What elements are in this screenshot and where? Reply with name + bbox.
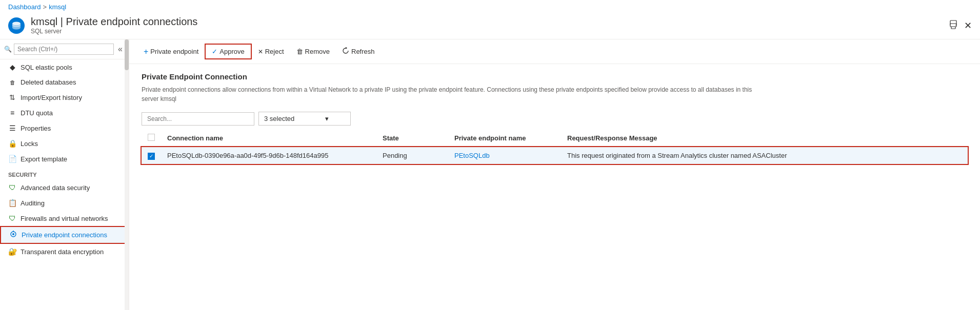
svg-point-0 <box>12 22 21 25</box>
request-response-cell: This request originated from a Stream An… <box>561 147 968 164</box>
content-description: Private endpoint connections allow conne… <box>142 85 757 104</box>
remove-icon: 🗑 <box>296 48 303 55</box>
approve-button[interactable]: ✓ Approve <box>205 44 251 59</box>
breadcrumb: Dashboard > kmsql <box>0 0 980 14</box>
close-button[interactable]: ✕ <box>964 20 972 31</box>
refresh-button[interactable]: Refresh <box>336 44 381 59</box>
header-private-endpoint: Private endpoint name <box>448 130 561 147</box>
remove-button[interactable]: 🗑 Remove <box>290 45 336 58</box>
sidebar-scrollbar-thumb[interactable] <box>125 39 129 70</box>
sidebar-item-advanced-data-security[interactable]: 🛡 Advanced data security <box>0 180 129 195</box>
sidebar: 🔍 « ◆ SQL elastic pools 🗑 Deleted databa… <box>0 39 129 310</box>
sidebar-item-export-template[interactable]: 📄 Export template <box>0 151 129 167</box>
sidebar-item-properties[interactable]: ☰ Properties <box>0 120 129 136</box>
sidebar-item-deleted-databases[interactable]: 🗑 Deleted databases <box>0 75 129 90</box>
sidebar-item-auditing[interactable]: 📋 Auditing <box>0 195 129 211</box>
page-subtitle: SQL server <box>31 28 197 35</box>
breadcrumb-current: kmsql <box>49 3 66 11</box>
sidebar-search-area: 🔍 « <box>0 39 129 59</box>
reject-button[interactable]: ✕ Reject <box>252 45 290 58</box>
security-section-header: Security <box>0 167 129 180</box>
print-button[interactable] <box>949 20 958 31</box>
content-title: Private Endpoint Connection <box>142 72 968 81</box>
page-header: kmsql | Private endpoint connections SQL… <box>0 14 980 39</box>
remove-label: Remove <box>305 48 330 55</box>
sidebar-item-private-endpoint[interactable]: Private endpoint connections <box>0 226 129 244</box>
add-label: Private endpoint <box>150 48 198 55</box>
search-input[interactable] <box>14 44 114 55</box>
sidebar-item-label: SQL elastic pools <box>21 64 72 71</box>
add-private-endpoint-button[interactable]: + Private endpoint <box>137 44 205 59</box>
add-icon: + <box>144 47 148 56</box>
sidebar-items: ◆ SQL elastic pools 🗑 Deleted databases … <box>0 59 129 310</box>
private-endpoint-link[interactable]: PEtoSQLdb <box>454 152 490 159</box>
sidebar-scrollbar-track <box>125 39 129 310</box>
export-template-icon: 📄 <box>8 155 16 163</box>
sidebar-item-firewalls[interactable]: 🛡 Firewalls and virtual networks <box>0 211 129 226</box>
breadcrumb-parent[interactable]: Dashboard <box>8 3 41 11</box>
header-connection-name: Connection name <box>161 130 376 147</box>
auditing-icon: 📋 <box>8 199 16 207</box>
approve-icon: ✓ <box>212 48 217 55</box>
page-title: kmsql | Private endpoint connections <box>31 16 197 28</box>
header-text: kmsql | Private endpoint connections SQL… <box>31 16 197 35</box>
sidebar-collapse-button[interactable]: « <box>116 45 125 54</box>
refresh-icon <box>342 47 349 56</box>
header-state: State <box>376 130 448 147</box>
svg-point-4 <box>955 25 956 26</box>
private-endpoint-cell: PEtoSQLdb <box>448 147 561 164</box>
sidebar-item-label: DTU quota <box>21 109 53 117</box>
approve-label: Approve <box>219 48 244 55</box>
properties-icon: ☰ <box>8 124 16 132</box>
connection-name-value: PEtoSQLdb-0390e96a-aa0d-49f5-9d6b-148fd1… <box>167 152 328 159</box>
header-left: kmsql | Private endpoint connections SQL… <box>8 16 197 35</box>
row-checkbox-cell: ✓ <box>142 147 161 164</box>
sidebar-item-label: Firewalls and virtual networks <box>21 215 108 222</box>
main-layout: 🔍 « ◆ SQL elastic pools 🗑 Deleted databa… <box>0 39 980 310</box>
request-response-value: This request originated from a Stream An… <box>567 152 787 159</box>
import-export-icon: ⇅ <box>8 93 16 101</box>
search-icon: 🔍 <box>4 46 12 53</box>
select-all-checkbox[interactable] <box>148 134 155 141</box>
table-filter-dropdown[interactable]: 3 selected ▾ <box>258 112 351 126</box>
firewalls-icon: 🛡 <box>8 214 16 222</box>
state-cell: Pending <box>376 147 448 164</box>
sidebar-item-label: Deleted databases <box>21 78 76 86</box>
sidebar-item-transparent-encryption[interactable]: 🔐 Transparent data encryption <box>0 244 129 259</box>
sidebar-item-label: Locks <box>21 140 38 148</box>
filter-chevron-icon: ▾ <box>325 115 329 122</box>
main-content: + Private endpoint ✓ Approve ✕ Reject 🗑 … <box>129 39 980 310</box>
sidebar-item-label: Advanced data security <box>21 184 90 192</box>
row-checkbox[interactable]: ✓ <box>148 153 155 160</box>
resource-icon <box>8 17 25 34</box>
advanced-security-icon: 🛡 <box>8 183 16 192</box>
sidebar-item-dtu-quota[interactable]: ≡ DTU quota <box>0 105 129 120</box>
header-actions: ✕ <box>949 20 972 31</box>
sidebar-item-import-export[interactable]: ⇅ Import/Export history <box>0 90 129 105</box>
connections-table: Connection name State Private endpoint n… <box>142 130 968 164</box>
state-value: Pending <box>383 152 407 159</box>
table-row[interactable]: ✓ PEtoSQLdb-0390e96a-aa0d-49f5-9d6b-148f… <box>142 147 968 164</box>
private-endpoint-icon <box>9 231 17 239</box>
sidebar-item-locks[interactable]: 🔒 Locks <box>0 136 129 151</box>
sql-elastic-pools-icon: ◆ <box>8 63 16 71</box>
reject-label: Reject <box>265 48 284 55</box>
reject-icon: ✕ <box>258 48 263 55</box>
sidebar-item-label: Private endpoint connections <box>22 231 107 239</box>
svg-point-6 <box>12 233 14 235</box>
sidebar-item-label: Export template <box>21 155 67 163</box>
dtu-icon: ≡ <box>8 109 16 117</box>
deleted-databases-icon: 🗑 <box>8 79 16 86</box>
toolbar: + Private endpoint ✓ Approve ✕ Reject 🗑 … <box>129 39 980 64</box>
transparent-encryption-icon: 🔐 <box>8 247 16 256</box>
sidebar-item-label: Auditing <box>21 199 45 207</box>
sidebar-item-sql-elastic-pools[interactable]: ◆ SQL elastic pools <box>0 59 129 75</box>
connection-name-cell: PEtoSQLdb-0390e96a-aa0d-49f5-9d6b-148fd1… <box>161 147 376 164</box>
header-checkbox-col <box>142 130 161 147</box>
page-content-area: Private Endpoint Connection Private endp… <box>129 64 980 310</box>
refresh-label: Refresh <box>351 48 375 55</box>
filter-label: 3 selected <box>264 115 294 122</box>
sidebar-item-label: Transparent data encryption <box>21 248 104 256</box>
sidebar-item-label: Import/Export history <box>21 94 82 101</box>
table-search-input[interactable] <box>142 112 254 126</box>
